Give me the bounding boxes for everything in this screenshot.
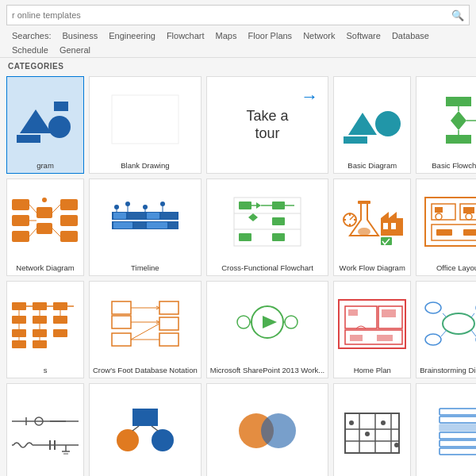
svg-rect-173 <box>440 416 476 423</box>
svg-point-156 <box>117 429 139 451</box>
template-network-diagram[interactable]: Network Diagram <box>6 178 84 276</box>
svg-rect-85 <box>12 302 26 310</box>
svg-rect-131 <box>348 309 358 316</box>
search-input[interactable] <box>12 10 451 20</box>
svg-point-1 <box>48 116 71 138</box>
svg-point-169 <box>365 432 370 436</box>
svg-point-157 <box>152 429 174 451</box>
svg-line-158 <box>132 426 139 431</box>
template-tour[interactable]: → Take atour <box>206 76 329 174</box>
template-label: Cross-Functional Flowchart <box>210 263 325 272</box>
svg-rect-87 <box>33 302 47 310</box>
svg-rect-106 <box>112 301 131 314</box>
svg-rect-176 <box>440 440 476 447</box>
svg-rect-19 <box>36 223 52 234</box>
svg-line-27 <box>52 228 60 236</box>
template-label: Work Flow Diagram <box>337 263 407 272</box>
nav-schedule[interactable]: Schedule <box>6 43 54 57</box>
svg-rect-51 <box>239 202 251 209</box>
template-rack[interactable] <box>416 383 476 476</box>
svg-rect-8 <box>446 97 471 106</box>
template-home-plan[interactable]: Home Plan <box>333 281 411 378</box>
template-building[interactable] <box>333 383 411 476</box>
svg-point-124 <box>285 316 298 328</box>
svg-point-161 <box>261 413 296 448</box>
template-cross-functional[interactable]: Cross-Functional Flowchart <box>206 178 329 276</box>
template-basic-diagram-selected[interactable]: gram <box>6 76 84 174</box>
svg-point-138 <box>425 334 441 345</box>
svg-rect-75 <box>425 198 476 246</box>
template-label: Home Plan <box>337 366 407 374</box>
tour-text: Take atour <box>246 108 288 142</box>
nav-floorplans[interactable]: Floor Plans <box>242 29 298 43</box>
svg-rect-66 <box>383 223 388 229</box>
svg-rect-92 <box>33 316 47 324</box>
svg-point-123 <box>237 316 250 328</box>
svg-line-115 <box>131 324 159 340</box>
svg-rect-134 <box>377 335 393 341</box>
svg-rect-172 <box>440 409 476 415</box>
svg-line-139 <box>441 330 447 336</box>
template-label: Blank Drawing <box>93 161 198 170</box>
template-audit[interactable]: s <box>6 281 84 378</box>
svg-marker-0 <box>20 109 52 133</box>
nav-network[interactable]: Network <box>298 29 340 43</box>
template-office-layout[interactable]: Office Layout <box>416 178 476 276</box>
svg-rect-58 <box>272 217 285 225</box>
svg-marker-10 <box>451 111 466 130</box>
template-preview <box>210 285 325 363</box>
svg-rect-175 <box>440 432 476 439</box>
template-label: Microsoft SharePoint 2013 Work... <box>210 366 325 374</box>
template-label: Crow's Foot Database Notation <box>93 366 198 374</box>
template-basic-flowchart[interactable]: Basic Flowchart <box>416 76 476 174</box>
template-label: gram <box>10 161 80 170</box>
template-preview <box>337 285 407 363</box>
nav-database[interactable]: Database <box>386 29 435 43</box>
svg-rect-94 <box>12 329 26 337</box>
template-circles[interactable] <box>206 383 329 476</box>
nav-flowchart[interactable]: Flowchart <box>161 29 210 43</box>
template-timeline[interactable]: Timeline <box>89 178 202 276</box>
svg-rect-20 <box>60 199 78 210</box>
template-uml[interactable] <box>89 383 202 476</box>
svg-line-143 <box>471 330 476 336</box>
svg-rect-37 <box>134 222 145 228</box>
svg-rect-107 <box>112 316 131 328</box>
search-bar[interactable]: 🔍 <box>6 5 470 25</box>
template-sharepoint[interactable]: Microsoft SharePoint 2013 Work... <box>206 281 329 378</box>
svg-marker-5 <box>348 113 377 135</box>
svg-rect-98 <box>33 340 47 348</box>
template-brainstorming[interactable]: Brainstorming Diagram <box>416 281 476 378</box>
tour-inner: → Take atour <box>210 80 325 170</box>
template-preview <box>420 80 476 159</box>
nav-general[interactable]: General <box>54 43 96 57</box>
template-workflow[interactable]: Work Flow Diagram <box>333 178 411 276</box>
nav-software[interactable]: Software <box>340 29 386 43</box>
nav-maps[interactable]: Maps <box>210 29 243 43</box>
svg-rect-7 <box>344 136 367 144</box>
svg-marker-65 <box>389 212 397 218</box>
svg-rect-97 <box>12 340 26 348</box>
svg-rect-36 <box>113 222 132 228</box>
svg-rect-12 <box>446 135 471 144</box>
tour-arrow-icon: → <box>301 86 318 107</box>
template-grid: gram Blank Drawing → Take atour Basic Di… <box>0 73 476 476</box>
svg-point-170 <box>381 420 386 425</box>
template-blank-drawing[interactable]: Blank Drawing <box>89 76 202 174</box>
svg-line-159 <box>152 426 158 431</box>
nav-business[interactable]: Business <box>57 29 104 43</box>
svg-rect-4 <box>112 95 178 144</box>
search-icon: 🔍 <box>451 10 464 21</box>
categories-label: CATEGORIES <box>0 58 476 73</box>
template-electrical[interactable] <box>6 383 84 476</box>
svg-rect-15 <box>12 199 29 210</box>
nav-engineering[interactable]: Engineering <box>103 29 161 43</box>
template-crows-foot[interactable]: Crow's Foot Database Notation <box>89 281 202 378</box>
svg-rect-108 <box>112 333 131 346</box>
template-basic-diagram[interactable]: Basic Diagram <box>333 76 411 174</box>
nav-searches[interactable]: Searches: <box>6 29 57 43</box>
svg-point-135 <box>443 313 474 334</box>
svg-rect-35 <box>161 213 177 219</box>
template-preview <box>10 387 80 474</box>
svg-rect-177 <box>440 448 476 455</box>
